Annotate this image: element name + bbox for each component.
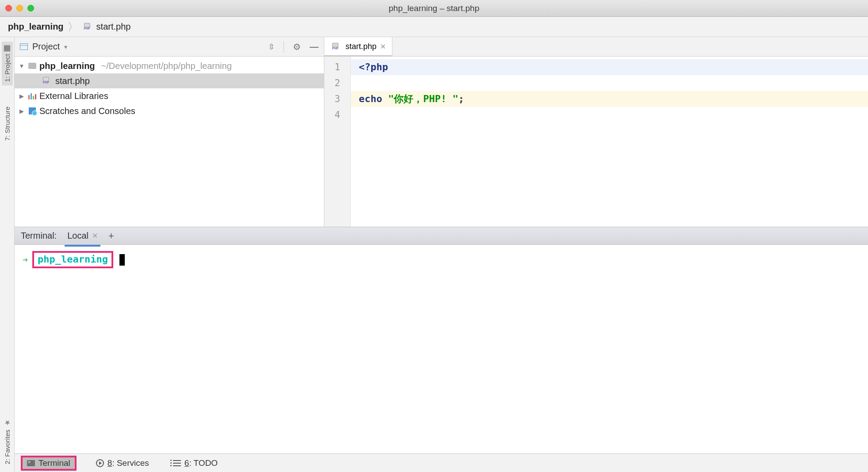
gutter-line: 4 [324, 107, 350, 123]
terminal-prompt: ➜ php_learning [23, 251, 860, 268]
tree-extlib-label: External Libraries [39, 91, 108, 101]
project-panel-title[interactable]: Project [32, 42, 60, 52]
terminal-cursor [119, 254, 125, 266]
php-file-icon: PHP [330, 43, 340, 51]
bottom-tab-todo[interactable]: 6: TODO [169, 457, 222, 470]
star-icon: ★ [3, 419, 12, 427]
editor-tab-label: start.php [346, 42, 376, 51]
gear-icon[interactable]: ⚙ [293, 42, 301, 52]
bottom-tab-terminal[interactable]: Terminal [21, 456, 77, 471]
chevron-down-icon[interactable]: ▼ [18, 63, 25, 69]
code-token: echo [359, 93, 388, 104]
editor-body[interactable]: 1 2 3 4 <?php echo "你好，PHP! "; [324, 57, 868, 227]
list-icon [173, 460, 181, 466]
tree-scratches-label: Scratches and Consoles [39, 106, 135, 116]
gutter-line: 1 [324, 59, 350, 75]
gutter-line: 3 [324, 91, 350, 107]
project-view-icon [20, 43, 28, 50]
hide-panel-icon[interactable]: — [310, 42, 319, 52]
rail-favorites-label: 2: Favorites [4, 430, 11, 464]
bottom-terminal-label: Terminal [38, 458, 70, 468]
tree-file-startphp[interactable]: PHP start.php [15, 73, 324, 88]
rail-structure-label: 7: Structure [4, 107, 11, 141]
breadcrumb: php_learning 〉 PHP start.php [0, 17, 868, 37]
title-bar: php_learning – start.php [0, 0, 868, 17]
tree-root-path: ~/Development/php/php_learning [101, 61, 232, 71]
project-tree: ▼ php_learning ~/Development/php/php_lea… [15, 57, 324, 120]
code-area[interactable]: <?php echo "你好，PHP! "; [351, 57, 868, 227]
folder-icon [28, 63, 36, 69]
terminal-cwd: php_learning [38, 254, 108, 265]
terminal-tabs: Terminal: Local ✕ + [15, 227, 868, 245]
rail-tab-project[interactable]: 1: Project [2, 42, 13, 85]
code-token: <?php [359, 61, 388, 72]
left-rail: 1: Project 7: Structure 2: Favorites ★ [0, 37, 15, 472]
minimize-window-button[interactable] [16, 5, 23, 11]
php-file-icon: PHP [82, 23, 92, 31]
annotation-highlight: php_learning [32, 251, 113, 268]
chevron-right-icon[interactable]: ▶ [18, 108, 25, 114]
play-icon [96, 459, 104, 467]
chevron-right-icon[interactable]: ▶ [18, 93, 25, 99]
terminal-tab-label: Local [67, 231, 88, 241]
tree-root-name: php_learning [39, 61, 95, 71]
current-line-highlight [351, 59, 868, 75]
editor-panel: PHP start.php ✕ 1 2 3 4 <?ph [324, 37, 868, 227]
terminal-title: Terminal: [21, 231, 57, 241]
close-icon[interactable]: ✕ [380, 42, 386, 51]
terminal-panel: Terminal: Local ✕ + ➜ php_learning [15, 227, 868, 453]
code-token: "你好，PHP! " [388, 93, 458, 104]
collapse-all-icon[interactable]: ⇳ [268, 42, 275, 52]
editor-gutter: 1 2 3 4 [324, 57, 351, 227]
breadcrumb-project[interactable]: php_learning [8, 22, 64, 32]
structure-icon [4, 98, 10, 104]
bottom-services-label: 8: Services [108, 458, 149, 468]
project-panel: Project ▾ ⇳ ⚙ — ▼ php_learning ~/Develop… [15, 37, 324, 227]
window-title: php_learning – start.php [389, 4, 480, 13]
rail-project-label: 1: Project [4, 54, 11, 82]
bottom-todo-label: 6: TODO [184, 458, 218, 468]
folder-icon [4, 45, 10, 51]
editor-tabs: PHP start.php ✕ [324, 37, 868, 57]
bottom-tab-services[interactable]: 8: Services [92, 457, 154, 470]
gutter-line: 2 [324, 75, 350, 91]
terminal-tab-local[interactable]: Local ✕ [65, 229, 100, 243]
php-file-icon: PHP [41, 77, 51, 85]
terminal-body[interactable]: ➜ php_learning [15, 245, 868, 453]
code-token: ; [458, 93, 464, 104]
tree-scratches[interactable]: ▶ Scratches and Consoles [15, 103, 324, 118]
libraries-icon [28, 92, 36, 99]
bottom-status-bar: Terminal 8: Services 6: TODO [15, 453, 868, 472]
editor-tab-startphp[interactable]: PHP start.php ✕ [324, 37, 392, 56]
add-terminal-button[interactable]: + [108, 230, 114, 242]
terminal-icon [27, 460, 35, 466]
tree-file-label: start.php [55, 76, 90, 86]
prompt-arrow-icon: ➜ [23, 255, 28, 265]
separator [284, 41, 284, 53]
tree-external-libraries[interactable]: ▶ External Libraries [15, 88, 324, 103]
chevron-down-icon[interactable]: ▾ [64, 43, 67, 50]
rail-tab-structure[interactable]: 7: Structure [2, 94, 13, 145]
close-window-button[interactable] [5, 5, 12, 11]
breadcrumb-sep-icon: 〉 [68, 20, 78, 34]
project-panel-header: Project ▾ ⇳ ⚙ — [15, 37, 324, 57]
breadcrumb-file[interactable]: start.php [96, 22, 131, 32]
close-icon[interactable]: ✕ [92, 232, 98, 240]
traffic-lights [5, 5, 34, 11]
tree-root[interactable]: ▼ php_learning ~/Development/php/php_lea… [15, 58, 324, 73]
maximize-window-button[interactable] [27, 5, 34, 11]
scratches-icon [29, 107, 36, 114]
rail-tab-favorites[interactable]: 2: Favorites ★ [1, 415, 13, 468]
